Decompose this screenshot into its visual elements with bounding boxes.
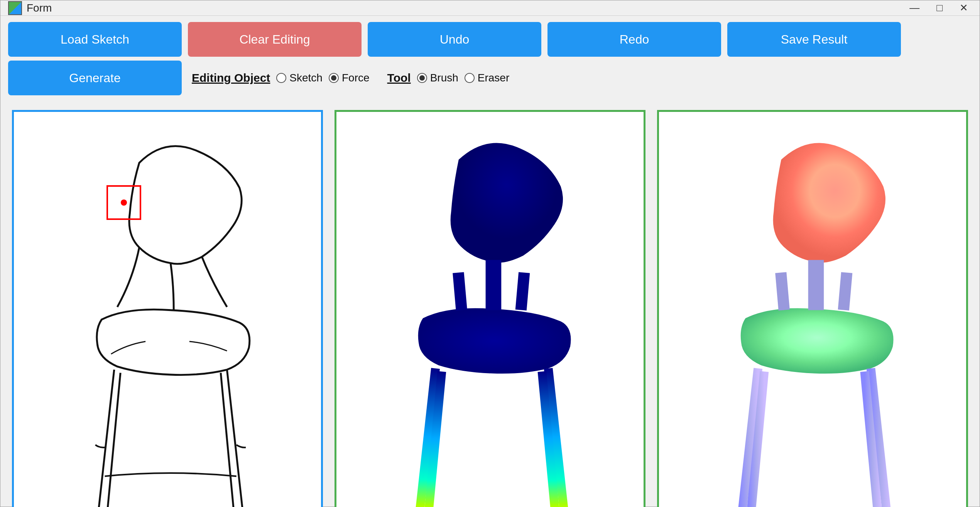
app-icon (8, 1, 22, 15)
brush-radio-option[interactable]: Brush (417, 72, 458, 84)
toolbar-row2: Generate Editing Object Sketch Force Too… (8, 61, 972, 95)
brush-radio-dot (419, 75, 425, 81)
maximize-button[interactable]: □ (933, 0, 946, 15)
close-button[interactable]: ✕ (956, 0, 972, 15)
input-panel: Input (12, 110, 323, 507)
load-sketch-button[interactable]: Load Sketch (8, 22, 182, 57)
editing-object-label: Editing Object (192, 71, 270, 84)
svg-line-0 (95, 370, 114, 507)
selection-dot (121, 199, 127, 206)
window-title: Form (27, 2, 52, 14)
normal-map-panel: Normal Map (657, 110, 968, 507)
window-controls: — □ ✕ (906, 0, 972, 15)
normal-map-svg (659, 112, 966, 507)
undo-button[interactable]: Undo (368, 22, 541, 57)
svg-rect-7 (808, 260, 824, 310)
panels-container: Input (0, 102, 980, 507)
force-radio-group: Force (329, 72, 370, 84)
toolbar-row1: Load Sketch Clear Editing Undo Redo Save… (8, 22, 972, 57)
toolbar: Load Sketch Clear Editing Undo Redo Save… (0, 16, 980, 99)
svg-rect-5 (453, 272, 467, 311)
stress-map-canvas[interactable] (335, 110, 645, 507)
svg-rect-9 (838, 272, 853, 311)
selection-box (106, 185, 141, 220)
sketch-radio-label: Sketch (289, 72, 323, 84)
svg-line-1 (227, 370, 246, 507)
eraser-radio-group: Eraser (465, 72, 509, 84)
force-radio-label: Force (342, 72, 370, 84)
svg-rect-8 (775, 272, 790, 311)
redo-button[interactable]: Redo (547, 22, 721, 57)
stress-map-panel: Stress Map (335, 110, 645, 507)
svg-rect-4 (486, 260, 502, 310)
svg-rect-6 (515, 272, 530, 311)
title-bar-left: Form (8, 1, 52, 15)
stress-map-svg (336, 112, 644, 507)
sketch-radio-circle (276, 73, 286, 83)
tool-label: Tool (387, 71, 411, 84)
brush-radio-group: Brush (417, 72, 458, 84)
clear-editing-button[interactable]: Clear Editing (188, 22, 362, 57)
force-radio-option[interactable]: Force (329, 72, 370, 84)
input-canvas[interactable] (12, 110, 323, 507)
sketch-radio-option[interactable]: Sketch (276, 72, 323, 84)
title-bar: Form — □ ✕ (0, 0, 980, 16)
sketch-radio-group: Sketch (276, 72, 323, 84)
normal-map-canvas[interactable] (657, 110, 968, 507)
generate-button[interactable]: Generate (8, 61, 182, 95)
brush-radio-circle (417, 73, 427, 83)
brush-radio-label: Brush (430, 72, 458, 84)
eraser-radio-circle (465, 73, 475, 83)
force-radio-dot (331, 75, 336, 81)
minimize-button[interactable]: — (906, 0, 923, 15)
eraser-radio-option[interactable]: Eraser (465, 72, 509, 84)
save-result-button[interactable]: Save Result (727, 22, 901, 57)
eraser-radio-label: Eraser (478, 72, 509, 84)
main-window: Form — □ ✕ Load Sketch Clear Editing Und… (0, 0, 980, 507)
force-radio-circle (329, 73, 339, 83)
sketch-svg (14, 112, 321, 507)
